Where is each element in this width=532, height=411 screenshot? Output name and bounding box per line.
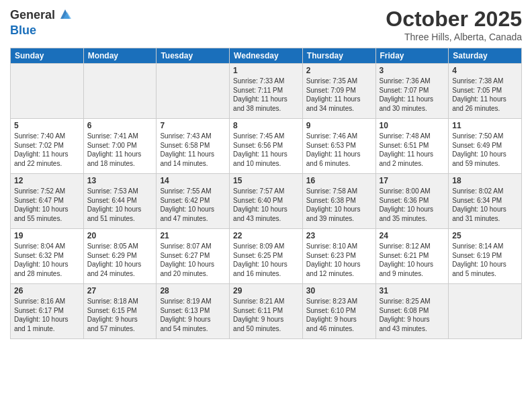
page: General Blue October 2025 Three Hills, A… xyxy=(0,0,532,411)
day-number: 7 xyxy=(160,121,226,130)
calendar-day-cell: 15Sunrise: 7:57 AM Sunset: 6:40 PM Dayli… xyxy=(230,174,303,229)
day-number: 8 xyxy=(233,121,299,130)
day-number: 10 xyxy=(380,121,445,130)
day-info: Sunrise: 8:05 AM Sunset: 6:29 PM Dayligh… xyxy=(87,242,153,278)
day-info: Sunrise: 7:43 AM Sunset: 6:58 PM Dayligh… xyxy=(160,132,226,168)
day-info: Sunrise: 8:21 AM Sunset: 6:11 PM Dayligh… xyxy=(233,297,299,333)
month-title: October 2025 xyxy=(386,7,522,32)
day-info: Sunrise: 7:40 AM Sunset: 7:02 PM Dayligh… xyxy=(14,132,80,168)
calendar-day-cell: 22Sunrise: 8:09 AM Sunset: 6:25 PM Dayli… xyxy=(230,229,303,284)
weekday-header: Friday xyxy=(375,48,449,64)
day-info: Sunrise: 7:57 AM Sunset: 6:40 PM Dayligh… xyxy=(233,187,299,223)
calendar-empty-cell xyxy=(83,64,157,119)
calendar-day-cell: 11Sunrise: 7:50 AM Sunset: 6:49 PM Dayli… xyxy=(449,119,522,174)
day-number: 11 xyxy=(452,121,518,130)
weekday-header: Saturday xyxy=(449,48,522,64)
calendar-day-cell: 23Sunrise: 8:10 AM Sunset: 6:23 PM Dayli… xyxy=(302,229,375,284)
day-info: Sunrise: 8:25 AM Sunset: 6:08 PM Dayligh… xyxy=(380,297,445,333)
weekday-header: Tuesday xyxy=(157,48,230,64)
calendar-day-cell: 14Sunrise: 7:55 AM Sunset: 6:42 PM Dayli… xyxy=(157,174,230,229)
calendar-day-cell: 10Sunrise: 7:48 AM Sunset: 6:51 PM Dayli… xyxy=(375,119,449,174)
calendar-day-cell: 25Sunrise: 8:14 AM Sunset: 6:19 PM Dayli… xyxy=(449,229,522,284)
logo: General Blue xyxy=(10,7,73,37)
calendar-week-row: 12Sunrise: 7:52 AM Sunset: 6:47 PM Dayli… xyxy=(11,174,522,229)
day-info: Sunrise: 7:35 AM Sunset: 7:09 PM Dayligh… xyxy=(306,77,372,113)
day-info: Sunrise: 8:02 AM Sunset: 6:34 PM Dayligh… xyxy=(452,187,518,223)
calendar-day-cell: 6Sunrise: 7:41 AM Sunset: 7:00 PM Daylig… xyxy=(83,119,157,174)
day-number: 20 xyxy=(87,231,153,240)
day-number: 31 xyxy=(380,286,445,295)
calendar-day-cell: 29Sunrise: 8:21 AM Sunset: 6:11 PM Dayli… xyxy=(230,284,303,339)
weekday-header: Thursday xyxy=(302,48,375,64)
day-info: Sunrise: 7:53 AM Sunset: 6:44 PM Dayligh… xyxy=(87,187,153,223)
day-info: Sunrise: 7:38 AM Sunset: 7:05 PM Dayligh… xyxy=(452,77,518,113)
day-number: 22 xyxy=(233,231,299,240)
day-info: Sunrise: 8:23 AM Sunset: 6:10 PM Dayligh… xyxy=(306,297,372,333)
calendar-day-cell: 31Sunrise: 8:25 AM Sunset: 6:08 PM Dayli… xyxy=(375,284,449,339)
logo-icon xyxy=(58,7,73,24)
calendar-week-row: 26Sunrise: 8:16 AM Sunset: 6:17 PM Dayli… xyxy=(11,284,522,339)
calendar-week-row: 19Sunrise: 8:04 AM Sunset: 6:32 PM Dayli… xyxy=(11,229,522,284)
calendar-empty-cell xyxy=(11,64,84,119)
calendar-day-cell: 17Sunrise: 8:00 AM Sunset: 6:36 PM Dayli… xyxy=(375,174,449,229)
day-info: Sunrise: 8:07 AM Sunset: 6:27 PM Dayligh… xyxy=(160,242,226,278)
calendar-day-cell: 13Sunrise: 7:53 AM Sunset: 6:44 PM Dayli… xyxy=(83,174,157,229)
calendar-week-row: 5Sunrise: 7:40 AM Sunset: 7:02 PM Daylig… xyxy=(11,119,522,174)
day-info: Sunrise: 7:36 AM Sunset: 7:07 PM Dayligh… xyxy=(380,77,445,113)
day-info: Sunrise: 8:10 AM Sunset: 6:23 PM Dayligh… xyxy=(306,242,372,278)
day-info: Sunrise: 7:52 AM Sunset: 6:47 PM Dayligh… xyxy=(14,187,80,223)
calendar-day-cell: 7Sunrise: 7:43 AM Sunset: 6:58 PM Daylig… xyxy=(157,119,230,174)
day-info: Sunrise: 7:58 AM Sunset: 6:38 PM Dayligh… xyxy=(306,187,372,223)
day-number: 19 xyxy=(14,231,80,240)
calendar-empty-cell xyxy=(449,284,522,339)
day-number: 21 xyxy=(160,231,226,240)
day-number: 27 xyxy=(87,286,153,295)
calendar-day-cell: 4Sunrise: 7:38 AM Sunset: 7:05 PM Daylig… xyxy=(449,64,522,119)
day-info: Sunrise: 8:16 AM Sunset: 6:17 PM Dayligh… xyxy=(14,297,80,333)
calendar-day-cell: 3Sunrise: 7:36 AM Sunset: 7:07 PM Daylig… xyxy=(375,64,449,119)
day-info: Sunrise: 7:45 AM Sunset: 6:56 PM Dayligh… xyxy=(233,132,299,168)
day-info: Sunrise: 8:14 AM Sunset: 6:19 PM Dayligh… xyxy=(452,242,518,278)
day-info: Sunrise: 8:12 AM Sunset: 6:21 PM Dayligh… xyxy=(380,242,445,278)
day-info: Sunrise: 7:50 AM Sunset: 6:49 PM Dayligh… xyxy=(452,132,518,168)
day-info: Sunrise: 8:04 AM Sunset: 6:32 PM Dayligh… xyxy=(14,242,80,278)
day-number: 3 xyxy=(380,66,445,75)
logo-general: General xyxy=(10,9,55,22)
logo-blue: Blue xyxy=(10,24,73,38)
day-number: 25 xyxy=(452,231,518,240)
day-info: Sunrise: 8:09 AM Sunset: 6:25 PM Dayligh… xyxy=(233,242,299,278)
day-number: 9 xyxy=(306,121,372,130)
calendar-day-cell: 9Sunrise: 7:46 AM Sunset: 6:53 PM Daylig… xyxy=(302,119,375,174)
calendar-week-row: 1Sunrise: 7:33 AM Sunset: 7:11 PM Daylig… xyxy=(11,64,522,119)
day-number: 12 xyxy=(14,176,80,185)
day-number: 26 xyxy=(14,286,80,295)
day-info: Sunrise: 7:46 AM Sunset: 6:53 PM Dayligh… xyxy=(306,132,372,168)
weekday-header: Wednesday xyxy=(230,48,303,64)
calendar-day-cell: 28Sunrise: 8:19 AM Sunset: 6:13 PM Dayli… xyxy=(157,284,230,339)
day-info: Sunrise: 7:48 AM Sunset: 6:51 PM Dayligh… xyxy=(380,132,445,168)
day-number: 29 xyxy=(233,286,299,295)
day-number: 15 xyxy=(233,176,299,185)
calendar-day-cell: 27Sunrise: 8:18 AM Sunset: 6:15 PM Dayli… xyxy=(83,284,157,339)
day-number: 6 xyxy=(87,121,153,130)
day-info: Sunrise: 7:33 AM Sunset: 7:11 PM Dayligh… xyxy=(233,77,299,113)
day-number: 28 xyxy=(160,286,226,295)
day-number: 13 xyxy=(87,176,153,185)
location: Three Hills, Alberta, Canada xyxy=(386,32,522,42)
title-section: October 2025 Three Hills, Alberta, Canad… xyxy=(386,7,522,42)
day-info: Sunrise: 8:00 AM Sunset: 6:36 PM Dayligh… xyxy=(380,187,445,223)
day-info: Sunrise: 8:19 AM Sunset: 6:13 PM Dayligh… xyxy=(160,297,226,333)
day-number: 30 xyxy=(306,286,372,295)
calendar-day-cell: 2Sunrise: 7:35 AM Sunset: 7:09 PM Daylig… xyxy=(302,64,375,119)
calendar-day-cell: 12Sunrise: 7:52 AM Sunset: 6:47 PM Dayli… xyxy=(11,174,84,229)
day-number: 4 xyxy=(452,66,518,75)
weekday-header-row: SundayMondayTuesdayWednesdayThursdayFrid… xyxy=(11,48,522,64)
day-number: 23 xyxy=(306,231,372,240)
calendar-day-cell: 16Sunrise: 7:58 AM Sunset: 6:38 PM Dayli… xyxy=(302,174,375,229)
day-number: 5 xyxy=(14,121,80,130)
calendar-day-cell: 26Sunrise: 8:16 AM Sunset: 6:17 PM Dayli… xyxy=(11,284,84,339)
calendar-day-cell: 21Sunrise: 8:07 AM Sunset: 6:27 PM Dayli… xyxy=(157,229,230,284)
calendar-day-cell: 5Sunrise: 7:40 AM Sunset: 7:02 PM Daylig… xyxy=(11,119,84,174)
calendar-day-cell: 30Sunrise: 8:23 AM Sunset: 6:10 PM Dayli… xyxy=(302,284,375,339)
calendar-day-cell: 24Sunrise: 8:12 AM Sunset: 6:21 PM Dayli… xyxy=(375,229,449,284)
